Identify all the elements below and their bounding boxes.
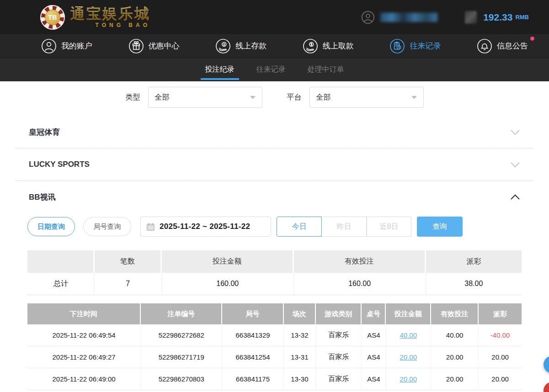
- summary-header-payout: 派彩: [426, 250, 522, 273]
- deposit-icon: [215, 38, 231, 54]
- logo-title: 通宝娱乐城: [70, 6, 150, 21]
- content: 类型 全部 平台 全部 皇冠体育: [0, 87, 549, 390]
- nav-item-promotions[interactable]: 优惠中心: [128, 38, 180, 54]
- search-button[interactable]: 查询: [417, 217, 463, 237]
- cell-bet-amount: 20.00: [386, 368, 431, 390]
- cell-valid-bet: 40.00: [431, 324, 479, 346]
- cell-bet-amount: 20.00: [386, 346, 431, 368]
- table-row: 2025-11-22 06:49:27522986271719663841254…: [27, 346, 522, 368]
- header-bet-amount: 投注金额: [386, 303, 431, 324]
- avatar-icon: [361, 11, 375, 24]
- cell-bet-id: 522986270803: [141, 368, 222, 390]
- gift-icon: [128, 38, 144, 54]
- bet-amount-link[interactable]: 20.00: [400, 375, 417, 383]
- section-title: 皇冠体育: [29, 127, 60, 138]
- user-area: 192.33 RMB: [361, 11, 529, 24]
- nav-label: 信息公告: [497, 41, 528, 51]
- platform-select[interactable]: 全部: [309, 87, 424, 108]
- notification-dot: [530, 37, 534, 41]
- nav-item-online-deposit[interactable]: 线上存款: [215, 38, 267, 54]
- balance-amount: 192.33: [483, 12, 512, 23]
- user-icon: [41, 38, 57, 54]
- round-query-button[interactable]: 局号查询: [83, 217, 131, 236]
- summary-total-label: 总计: [27, 273, 95, 295]
- summary-header-valid-bet: 有效投注: [294, 250, 426, 273]
- header-bet-time: 下注时间: [27, 303, 141, 324]
- summary-header-count: 笔数: [95, 250, 162, 273]
- query-row: 日期查询 局号查询 2025-11-22 ~ 2025-11-22 今日 昨日 …: [27, 217, 522, 237]
- chevron-up-icon: [510, 194, 520, 200]
- top-header: TB 通宝娱乐城 TONG BAO 192.33 RMB: [0, 0, 549, 34]
- header-payout: 派彩: [479, 303, 522, 324]
- page: TB 通宝娱乐城 TONG BAO 192.33 RMB 我的账户: [0, 0, 549, 392]
- tab-pending-orders[interactable]: 处理中订单: [307, 58, 345, 81]
- nav-item-announcements[interactable]: 信息公告: [477, 38, 528, 54]
- wallet-icon[interactable]: [465, 11, 477, 24]
- balance-currency: RMB: [515, 14, 529, 21]
- header-valid-bet: 有效投注: [431, 303, 479, 324]
- summary-total-bet-amount: 160.00: [162, 273, 294, 295]
- yesterday-button[interactable]: 昨日: [322, 217, 367, 237]
- header-session: 场次: [284, 303, 316, 324]
- cell-round: 663841175: [222, 368, 284, 390]
- table-row: 2025-11-22 06:49:54522986272682663841329…: [27, 324, 522, 346]
- cell-payout: 20.00: [479, 346, 522, 368]
- cell-table-number: AS4: [362, 324, 386, 346]
- date-query-button[interactable]: 日期查询: [27, 217, 75, 236]
- section-crown-sports[interactable]: 皇冠体育: [27, 116, 522, 148]
- cell-session: 13-30: [284, 368, 316, 390]
- section-bb-video[interactable]: BB视讯: [27, 181, 522, 213]
- header-bet-id: 注单编号: [141, 303, 222, 324]
- nav-item-online-withdrawal[interactable]: 线上取款: [303, 38, 354, 54]
- nav-item-my-account[interactable]: 我的账户: [41, 38, 92, 54]
- cell-game-type: 百家乐: [316, 368, 362, 390]
- summary-table: 笔数 投注金额 有效投注 派彩 总计 7 160.00 160.00 38.00: [27, 250, 522, 295]
- username-blurred[interactable]: [380, 13, 437, 22]
- tab-bet-records[interactable]: 投注纪录: [204, 58, 235, 81]
- cell-game-type: 百家乐: [316, 324, 362, 346]
- cell-payout: 20.00: [479, 368, 522, 390]
- date-shortcut-group: 今日 昨日 近8日: [277, 217, 411, 237]
- table-row: 2025-11-22 06:49:00522986270803663841175…: [27, 368, 522, 390]
- bet-table: 下注时间 注单编号 局号 场次 游戏类别 桌号 投注金额 有效投注 派彩 202…: [27, 303, 522, 390]
- cell-round: 663841254: [222, 346, 284, 368]
- platform-select-value: 全部: [316, 93, 331, 102]
- cell-valid-bet: 20.00: [431, 368, 479, 390]
- withdraw-icon: [303, 38, 318, 54]
- summary-total-valid-bet: 160.00: [294, 273, 426, 295]
- nav-item-transaction-records[interactable]: 往来记录: [389, 38, 441, 54]
- summary-total-payout: 38.00: [426, 273, 522, 295]
- date-range-input[interactable]: 2025-11-22 ~ 2025-11-22: [140, 217, 271, 237]
- nav-label: 优惠中心: [149, 41, 180, 51]
- bet-table-header: 下注时间 注单编号 局号 场次 游戏类别 桌号 投注金额 有效投注 派彩: [27, 303, 522, 324]
- cell-table-number: AS4: [362, 346, 386, 368]
- tab-transaction-records[interactable]: 往来记录: [256, 58, 287, 81]
- brand-logo[interactable]: TB 通宝娱乐城 TONG BAO: [40, 5, 150, 30]
- cell-game-type: 百家乐: [316, 346, 362, 368]
- cell-bet-amount: 40.00: [386, 324, 431, 346]
- main-nav: 我的账户 优惠中心 线上存款: [0, 34, 549, 58]
- chevron-down-icon: [510, 129, 520, 135]
- section-lucky-sports[interactable]: LUCKY SPORTS: [27, 148, 522, 180]
- summary-header-row: 笔数 投注金额 有效投注 派彩: [27, 250, 522, 273]
- cell-bet-time: 2025-11-22 06:49:00: [27, 368, 141, 390]
- bet-table-body: 2025-11-22 06:49:54522986272682663841329…: [27, 324, 522, 390]
- last8days-button[interactable]: 近8日: [367, 217, 411, 237]
- platform-filter-group: 平台 全部: [287, 87, 424, 108]
- type-select-value: 全部: [155, 93, 170, 102]
- bet-amount-link[interactable]: 20.00: [400, 353, 417, 361]
- records-icon: [389, 38, 405, 54]
- header-table-number: 桌号: [362, 303, 386, 324]
- summary-total-row: 总计 7 160.00 160.00 38.00: [27, 273, 522, 295]
- cell-bet-time: 2025-11-22 06:49:27: [27, 346, 141, 368]
- today-button[interactable]: 今日: [277, 217, 322, 237]
- filter-row: 类型 全部 平台 全部: [27, 87, 522, 108]
- chevron-down-icon: [510, 162, 520, 168]
- bet-amount-link[interactable]: 40.00: [400, 331, 417, 339]
- cell-session: 13-31: [284, 346, 316, 368]
- type-select[interactable]: 全部: [148, 87, 262, 108]
- nav-label: 往来记录: [410, 41, 441, 51]
- nav-label: 我的账户: [61, 41, 92, 51]
- chevron-down-icon: [250, 96, 256, 99]
- section-title: LUCKY SPORTS: [29, 160, 90, 169]
